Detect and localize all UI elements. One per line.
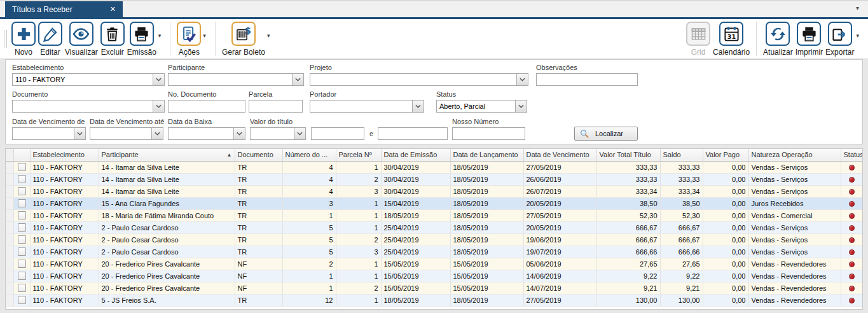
dropdown-caret-icon[interactable]: ▾ bbox=[267, 32, 270, 39]
toolbar-button-visualizar[interactable]: Visualizar bbox=[65, 22, 98, 57]
valor-ate-input[interactable] bbox=[378, 127, 448, 140]
tab-close-icon[interactable]: ✕ bbox=[110, 5, 116, 13]
row-checkbox[interactable] bbox=[18, 284, 26, 292]
documento-combo[interactable] bbox=[12, 100, 165, 113]
valor-de-input[interactable] bbox=[311, 127, 364, 140]
col-header-estabelecimento[interactable]: Estabelecimento bbox=[30, 149, 99, 161]
col-header-participante[interactable]: Participante▲ bbox=[99, 149, 235, 161]
toolbar-button-calendario[interactable]: 31Calendário bbox=[713, 22, 750, 57]
toolbar-button-imprimir[interactable]: Imprimir bbox=[796, 22, 823, 57]
toolbar-button-label: Ações bbox=[179, 48, 200, 57]
table-row[interactable]: 110 - FAKTORY2 - Paulo Cesar CardosoTR51… bbox=[6, 221, 862, 233]
col-header-natureza-opera-o[interactable]: Natureza Operação bbox=[748, 149, 841, 161]
col-header-data-de-vencimento[interactable]: Data de Vencimento bbox=[523, 149, 596, 161]
table-row[interactable]: 110 - FAKTORY15 - Ana Clara FagundesTR31… bbox=[6, 197, 862, 209]
table-row[interactable]: 110 - FAKTORY2 - Paulo Cesar CardosoTR52… bbox=[6, 233, 862, 246]
table-row[interactable]: 110 - FAKTORY14 - Itamar da Silva LeiteT… bbox=[6, 185, 862, 197]
row-checkbox[interactable] bbox=[18, 187, 26, 195]
row-checkbox[interactable] bbox=[18, 223, 26, 232]
valor-titulo-combo[interactable] bbox=[250, 127, 306, 140]
col-header-valor-pago[interactable]: Valor Pago bbox=[703, 149, 748, 161]
nosso-numero-input[interactable] bbox=[452, 127, 525, 140]
row-checkbox[interactable] bbox=[18, 272, 26, 280]
toolbar-button-acoes[interactable]: Ações bbox=[177, 22, 201, 57]
toolbar-button-label: Atualizar bbox=[763, 48, 793, 57]
dropdown-caret-icon[interactable]: ▾ bbox=[203, 32, 206, 39]
filter-label: Observações bbox=[536, 64, 638, 73]
table-row[interactable]: 110 - FAKTORY5 - JS Freios S.A.TR12118/0… bbox=[6, 294, 862, 306]
col-header-n-mero-do[interactable]: Número do ... bbox=[282, 149, 336, 161]
col-header-documento[interactable]: Documento bbox=[235, 149, 282, 161]
col-header-status[interactable]: Status bbox=[841, 149, 862, 161]
cell: 18/05/2019 bbox=[450, 209, 523, 221]
chevron-down-icon[interactable] bbox=[515, 101, 527, 112]
row-checkbox[interactable] bbox=[18, 163, 26, 171]
cell: 25/04/2019 bbox=[381, 246, 450, 258]
window-caret-icon[interactable]: ▾ bbox=[856, 4, 859, 11]
chevron-down-icon[interactable] bbox=[292, 74, 303, 85]
cell: 38,50 bbox=[660, 197, 703, 209]
portador-combo[interactable] bbox=[310, 100, 424, 113]
table-row[interactable]: 110 - FAKTORY14 - Itamar da Silva LeiteT… bbox=[6, 173, 862, 185]
dropdown-caret-icon[interactable]: ▾ bbox=[158, 32, 162, 39]
chevron-down-icon[interactable] bbox=[233, 128, 245, 139]
venc-de-combo[interactable] bbox=[12, 127, 86, 140]
toolbar-button-excluir[interactable]: Excluir bbox=[100, 22, 125, 57]
toolbar-button-exportar[interactable]: Exportar bbox=[825, 22, 854, 57]
toolbar-button-gerar-boleto[interactable]: $Gerar Boleto bbox=[222, 22, 265, 57]
chevron-down-icon[interactable] bbox=[153, 101, 164, 112]
row-checkbox[interactable] bbox=[18, 211, 26, 219]
table-row[interactable]: 110 - FAKTORY18 - Maria de Fátima Mirand… bbox=[6, 209, 862, 221]
venc-ate-combo[interactable] bbox=[90, 127, 163, 140]
no-documento-input[interactable] bbox=[168, 100, 245, 113]
row-checkbox[interactable] bbox=[18, 247, 26, 256]
projeto-combo[interactable] bbox=[310, 73, 528, 86]
chevron-down-icon[interactable] bbox=[412, 101, 424, 112]
row-indicator-cell bbox=[6, 258, 13, 270]
row-checkbox[interactable] bbox=[18, 175, 26, 183]
row-checkbox[interactable] bbox=[18, 260, 26, 268]
col-header-data-de-lan-amento[interactable]: Data de Lançamento bbox=[450, 149, 523, 161]
table-row[interactable]: 110 - FAKTORY2 - Paulo Cesar CardosoTR53… bbox=[6, 246, 862, 258]
table-row[interactable]: 110 - FAKTORY20 - Frederico Pires Cavalc… bbox=[6, 270, 862, 282]
status-cell bbox=[841, 161, 862, 173]
col-header-valor-total-t-tulo[interactable]: Valor Total Título bbox=[596, 149, 660, 161]
cell: NF bbox=[235, 270, 282, 282]
row-checkbox[interactable] bbox=[18, 296, 26, 304]
estabelecimento-combo[interactable]: 110 - FAKTORY bbox=[12, 73, 165, 86]
toolbar-grip[interactable] bbox=[4, 30, 7, 48]
parcela-input[interactable] bbox=[249, 100, 303, 113]
toolbar-button-novo[interactable]: Novo bbox=[11, 22, 36, 57]
row-checkbox[interactable] bbox=[18, 199, 26, 207]
col-header-parcela-n[interactable]: Parcela Nº bbox=[336, 149, 381, 161]
chevron-down-icon[interactable] bbox=[516, 74, 528, 85]
cell: 4 bbox=[282, 161, 336, 173]
barcode-dollar-icon: $ bbox=[231, 22, 256, 46]
table-row[interactable]: 110 - FAKTORY14 - Itamar da Silva LeiteT… bbox=[6, 161, 862, 173]
dropdown-caret-icon[interactable]: ▾ bbox=[856, 32, 859, 39]
table-row[interactable]: 110 - FAKTORY20 - Frederico Pires Cavalc… bbox=[6, 282, 862, 294]
chevron-down-icon[interactable] bbox=[153, 74, 164, 85]
select-cell bbox=[13, 233, 30, 246]
chevron-down-icon[interactable] bbox=[151, 128, 163, 139]
toolbar-button-atualizar[interactable]: Atualizar bbox=[763, 22, 793, 57]
chevron-down-icon[interactable] bbox=[74, 128, 85, 139]
row-checkbox[interactable] bbox=[18, 235, 26, 244]
printer-icon bbox=[130, 22, 154, 46]
col-header-data-de-emiss-o[interactable]: Data de Emissão bbox=[381, 149, 450, 161]
toolbar-button-emissao[interactable]: Emissão bbox=[127, 22, 156, 57]
data-baixa-combo[interactable] bbox=[168, 127, 245, 140]
cell: 0,00 bbox=[703, 197, 748, 209]
participante-combo[interactable] bbox=[168, 73, 304, 86]
observacoes-input[interactable] bbox=[536, 73, 638, 86]
chevron-down-icon[interactable] bbox=[294, 128, 305, 139]
table-row[interactable]: 110 - FAKTORY20 - Frederico Pires Cavalc… bbox=[6, 258, 862, 270]
tab-titulos-a-receber[interactable]: Títulos a Receber ✕ bbox=[5, 1, 123, 17]
col-header-saldo[interactable]: Saldo bbox=[660, 149, 703, 161]
status-combo[interactable]: Aberto, Parcial bbox=[436, 100, 527, 113]
toolbar-button-editar[interactable]: Editar bbox=[38, 22, 62, 57]
grid-icon bbox=[686, 22, 710, 46]
localizar-button[interactable]: Localizar bbox=[574, 127, 638, 141]
cell: 18/05/2019 bbox=[450, 161, 523, 173]
cell: 5 bbox=[282, 221, 336, 233]
